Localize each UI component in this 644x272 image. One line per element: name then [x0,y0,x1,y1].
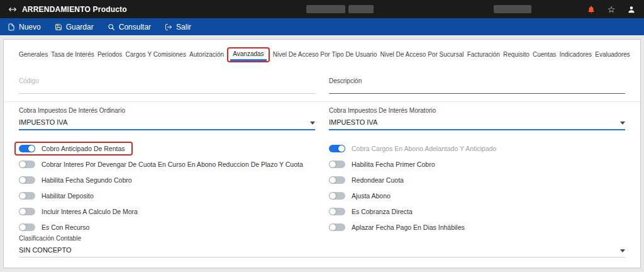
toggle-aplazar-fecha-pago-inhabiles[interactable] [329,224,345,231]
exit-icon [165,23,172,31]
toggle-knob [330,161,336,167]
tab-cargos-y-comisiones[interactable]: Cargos Y Comisiones [126,48,186,62]
toggle-label: Ajusta Abono [352,192,391,200]
user-profile-icon[interactable] [626,4,636,14]
toggle-knob [330,224,336,230]
tab-autorizacion[interactable]: Autorización [189,48,224,62]
toggle-cobro-anticipado-de-rentas[interactable] [19,145,35,152]
toggle-knob [19,224,26,230]
toggle-cobrar-interes-por-devengar[interactable] [19,161,35,168]
save-disk-icon [55,23,62,31]
title-bar: ARRENDAMIENTO Producto ☆ [0,0,644,18]
tab-periodos[interactable]: Periodos [97,48,122,62]
impuesto-ordinario-label: Cobra Impuestos De Interés Ordinario [19,107,315,115]
redacted-block [348,5,374,13]
toggle-knob [330,177,336,183]
favorite-star-icon[interactable]: ☆ [606,4,616,14]
toggles-section: Cobro Anticipado De Rentas Cobrar Intere… [4,140,640,235]
toggle-habilitar-deposito[interactable] [19,192,35,200]
tab-indicadores[interactable]: Indicadores [559,48,592,62]
toggle-redondear-cuota[interactable] [329,176,345,184]
codigo-input[interactable] [19,85,315,94]
app-icon [8,4,18,14]
exit-button[interactable]: Salir [165,23,191,31]
tab-nivel-acceso-tipo-usuario[interactable]: Nivel De Acceso Por Tipo De Usuario [273,48,377,62]
tab-bar: Generales Tasa de Interés Periodos Cargo… [4,40,640,62]
exit-button-label: Salir [176,23,191,31]
descripcion-input[interactable] [329,85,625,94]
title-bar-actions: ☆ [586,4,636,14]
toggle-row: Cobrar Interes Por Devengar De Cuota En … [19,156,315,172]
toggle-row: Habilita Fecha Primer Cobro [329,156,625,172]
toggle-ajusta-abono[interactable] [329,192,345,200]
tab-tasa-de-interes[interactable]: Tasa de Interés [51,48,94,62]
chevron-down-icon [310,122,315,125]
action-toolbar: Nuevo Guardar Consultar Salir [0,18,644,35]
toggle-label: Cobro Anticipado De Rentas [42,145,125,152]
toggle-knob [28,145,35,152]
product-config-panel: Generales Tasa de Interés Periodos Cargo… [3,39,641,268]
section-divider [4,101,640,102]
toggle-row: Cobra Cargos En Abono Adelantado Y Antic… [329,140,625,156]
new-document-icon [8,23,15,31]
toggle-label: Incluir Interes A Calculo De Mora [42,208,138,215]
tab-requisito[interactable]: Requisito [503,48,530,62]
tab-avanzadas-active[interactable]: Avanzadas [227,47,269,62]
toggle-row: Ajusta Abono [329,188,625,203]
toggle-label: Redondear Cuota [352,176,404,184]
impuesto-moratorio-select[interactable]: IMPUESTO IVA [329,118,625,130]
toggle-cobra-cargos-abono-adelantado[interactable] [329,145,345,152]
impuesto-moratorio-field: Cobra Impuestos De Interés Moratorio IMP… [329,107,625,130]
toggle-row: Aplazar Fecha Pago En Dias Inhábiles [329,219,625,235]
codigo-label: Código [19,77,315,85]
tab-generales[interactable]: Generales [19,48,48,62]
toggle-row: Habilita Fecha Segundo Cobro [19,172,315,188]
redacted-text-center [306,5,374,13]
clasificacion-value: SIN CONCEPTO [19,246,72,254]
toggle-incluir-interes-calculo-mora[interactable] [19,208,35,215]
toggle-label: Cobra Cargos En Abono Adelantado Y Antic… [352,145,496,152]
save-button-label: Guardar [66,23,94,31]
search-button[interactable]: Consultar [108,23,151,31]
app-title: ARRENDAMIENTO Producto [22,5,127,14]
annotation-highlight-box: Cobro Anticipado De Rentas [14,142,133,156]
clasificacion-label: Clasificación Contable [19,235,625,242]
clasificacion-field: Clasificación Contable SIN CONCEPTO [19,235,625,258]
tab-evaluadores[interactable]: Evaluadores [595,48,630,62]
toggle-row: Cobro Anticipado De Rentas [19,140,315,156]
impuesto-ordinario-select[interactable]: IMPUESTO IVA [19,118,315,130]
toggle-knob [19,193,26,199]
toggle-label: Es Con Recurso [42,224,89,231]
redacted-text-right [494,5,531,13]
toggle-row: Habilitar Deposito [19,188,315,203]
toggle-es-con-recurso[interactable] [19,224,35,231]
tab-facturacion[interactable]: Facturación [467,48,500,62]
descripcion-field: Descripción [329,77,625,94]
tax-selects-row: Cobra Impuestos De Interés Ordinario IMP… [4,107,640,130]
toggle-row: Redondear Cuota [329,172,625,188]
toggles-left-column: Cobro Anticipado De Rentas Cobrar Intere… [19,140,315,235]
toggle-label: Habilitar Deposito [42,192,94,200]
save-button[interactable]: Guardar [55,23,94,31]
toggle-knob [19,161,26,167]
impuesto-ordinario-field: Cobra Impuestos De Interés Ordinario IMP… [19,107,315,130]
notifications-bell-icon[interactable] [586,4,596,14]
clasificacion-select[interactable]: SIN CONCEPTO [19,246,625,258]
toggle-habilita-fecha-primer-cobro[interactable] [329,161,345,168]
tab-nivel-acceso-sucursal[interactable]: Nivel De Acceso Por Sucursal [380,48,464,62]
toggle-row: Incluir Interes A Calculo De Mora [19,203,315,219]
new-button[interactable]: Nuevo [8,23,41,31]
toggle-es-cobranza-directa[interactable] [329,208,345,215]
impuesto-ordinario-value: IMPUESTO IVA [19,118,67,126]
toggle-knob [19,208,26,215]
toggle-label: Habilita Fecha Primer Cobro [352,161,435,168]
codigo-field: Código [19,77,315,94]
toggle-habilita-fecha-segundo-cobro[interactable] [19,176,35,184]
toggle-knob [19,177,26,183]
toggle-knob [330,208,336,215]
search-button-label: Consultar [119,23,151,31]
toggle-label: Habilita Fecha Segundo Cobro [42,176,132,184]
toggle-label: Cobrar Interes Por Devengar De Cuota En … [42,161,303,168]
tab-cuentas[interactable]: Cuentas [533,48,556,62]
chevron-down-icon [620,249,625,252]
